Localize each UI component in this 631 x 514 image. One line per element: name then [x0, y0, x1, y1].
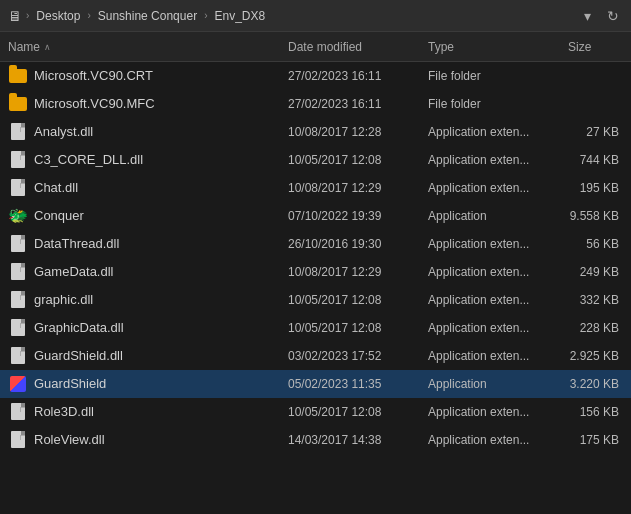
- file-list[interactable]: Microsoft.VC90.CRT 27/02/2023 16:11 File…: [0, 62, 631, 514]
- col-type-header[interactable]: Type: [428, 40, 568, 54]
- file-icon-container: [8, 94, 28, 114]
- file-date: 10/05/2017 12:08: [288, 405, 428, 419]
- file-type: Application exten...: [428, 125, 568, 139]
- file-name: DataThread.dll: [34, 236, 288, 251]
- file-name: GuardShield.dll: [34, 348, 288, 363]
- file-type: Application exten...: [428, 237, 568, 251]
- file-icon-container: [8, 262, 28, 282]
- file-icon-container: [8, 374, 28, 394]
- table-row[interactable]: DataThread.dll 26/10/2016 19:30 Applicat…: [0, 230, 631, 258]
- file-size: 156 KB: [568, 405, 623, 419]
- file-date: 10/05/2017 12:08: [288, 153, 428, 167]
- file-icon: [11, 151, 25, 168]
- folder-icon: [9, 97, 27, 111]
- file-type: File folder: [428, 69, 568, 83]
- file-name: Analyst.dll: [34, 124, 288, 139]
- app-icon: 🐲: [8, 206, 28, 225]
- folder-icon: [9, 69, 27, 83]
- file-icon-container: [8, 290, 28, 310]
- file-icon-container: [8, 234, 28, 254]
- file-icon: [11, 403, 25, 420]
- file-date: 10/08/2017 12:29: [288, 181, 428, 195]
- file-type: Application exten...: [428, 349, 568, 363]
- column-headers: Name ∧ Date modified Type Size: [0, 32, 631, 62]
- file-icon: [11, 235, 25, 252]
- table-row[interactable]: Role3D.dll 10/05/2017 12:08 Application …: [0, 398, 631, 426]
- table-row[interactable]: GuardShield 05/02/2023 11:35 Application…: [0, 370, 631, 398]
- title-bar: 🖥 › Desktop › Sunshine Conquer › Env_DX8…: [0, 0, 631, 32]
- file-type: Application exten...: [428, 265, 568, 279]
- file-date: 10/08/2017 12:28: [288, 125, 428, 139]
- file-date: 05/02/2023 11:35: [288, 377, 428, 391]
- breadcrumb: 🖥 › Desktop › Sunshine Conquer › Env_DX8: [8, 8, 580, 24]
- file-type: Application exten...: [428, 181, 568, 195]
- sep-3: ›: [204, 10, 207, 21]
- table-row[interactable]: 🐲 Conquer 07/10/2022 19:39 Application 9…: [0, 202, 631, 230]
- folder-icon: 🖥: [8, 8, 22, 24]
- file-icon-container: [8, 66, 28, 86]
- file-name: Microsoft.VC90.MFC: [34, 96, 288, 111]
- file-date: 27/02/2023 16:11: [288, 69, 428, 83]
- file-size: 228 KB: [568, 321, 623, 335]
- file-type: File folder: [428, 97, 568, 111]
- refresh-icon[interactable]: ↻: [603, 6, 623, 26]
- col-name-header[interactable]: Name ∧: [8, 40, 288, 54]
- table-row[interactable]: Chat.dll 10/08/2017 12:29 Application ex…: [0, 174, 631, 202]
- file-icon-container: [8, 122, 28, 142]
- file-name: C3_CORE_DLL.dll: [34, 152, 288, 167]
- file-size: 2.925 KB: [568, 349, 623, 363]
- table-row[interactable]: GraphicData.dll 10/05/2017 12:08 Applica…: [0, 314, 631, 342]
- file-icon-container: [8, 346, 28, 366]
- table-row[interactable]: GameData.dll 10/08/2017 12:29 Applicatio…: [0, 258, 631, 286]
- file-size: 175 KB: [568, 433, 623, 447]
- breadcrumb-desktop[interactable]: Desktop: [33, 8, 83, 24]
- file-size: 3.220 KB: [568, 377, 623, 391]
- file-type: Application exten...: [428, 293, 568, 307]
- file-icon-container: 🐲: [8, 206, 28, 226]
- breadcrumb-sunshine[interactable]: Sunshine Conquer: [95, 8, 200, 24]
- file-icon-container: [8, 430, 28, 450]
- app-guardshield-icon: [10, 376, 26, 392]
- file-icon: [11, 263, 25, 280]
- file-type: Application exten...: [428, 433, 568, 447]
- table-row[interactable]: Microsoft.VC90.MFC 27/02/2023 16:11 File…: [0, 90, 631, 118]
- table-row[interactable]: Microsoft.VC90.CRT 27/02/2023 16:11 File…: [0, 62, 631, 90]
- file-size: 195 KB: [568, 181, 623, 195]
- file-name: Role3D.dll: [34, 404, 288, 419]
- col-size-header[interactable]: Size: [568, 40, 623, 54]
- table-row[interactable]: graphic.dll 10/05/2017 12:08 Application…: [0, 286, 631, 314]
- sort-arrow-icon: ∧: [44, 42, 51, 52]
- file-icon: [11, 123, 25, 140]
- file-type: Application: [428, 377, 568, 391]
- file-date: 26/10/2016 19:30: [288, 237, 428, 251]
- chevron-down-icon[interactable]: ▾: [580, 6, 595, 26]
- file-size: 249 KB: [568, 265, 623, 279]
- title-bar-actions: ▾ ↻: [580, 6, 623, 26]
- file-name: RoleView.dll: [34, 432, 288, 447]
- table-row[interactable]: C3_CORE_DLL.dll 10/05/2017 12:08 Applica…: [0, 146, 631, 174]
- file-name: graphic.dll: [34, 292, 288, 307]
- table-row[interactable]: Analyst.dll 10/08/2017 12:28 Application…: [0, 118, 631, 146]
- file-date: 03/02/2023 17:52: [288, 349, 428, 363]
- file-type: Application exten...: [428, 405, 568, 419]
- breadcrumb-env[interactable]: Env_DX8: [211, 8, 268, 24]
- file-date: 10/05/2017 12:08: [288, 293, 428, 307]
- file-icon: [11, 319, 25, 336]
- file-icon: [11, 347, 25, 364]
- file-name: GuardShield: [34, 376, 288, 391]
- file-type: Application exten...: [428, 321, 568, 335]
- file-date: 14/03/2017 14:38: [288, 433, 428, 447]
- file-size: 56 KB: [568, 237, 623, 251]
- table-row[interactable]: RoleView.dll 14/03/2017 14:38 Applicatio…: [0, 426, 631, 454]
- file-size: 9.558 KB: [568, 209, 623, 223]
- table-row[interactable]: GuardShield.dll 03/02/2023 17:52 Applica…: [0, 342, 631, 370]
- file-name: GameData.dll: [34, 264, 288, 279]
- file-icon-container: [8, 402, 28, 422]
- file-date: 10/08/2017 12:29: [288, 265, 428, 279]
- file-icon-container: [8, 178, 28, 198]
- col-date-header[interactable]: Date modified: [288, 40, 428, 54]
- file-name: Chat.dll: [34, 180, 288, 195]
- file-name: Microsoft.VC90.CRT: [34, 68, 288, 83]
- file-icon-container: [8, 150, 28, 170]
- file-date: 10/05/2017 12:08: [288, 321, 428, 335]
